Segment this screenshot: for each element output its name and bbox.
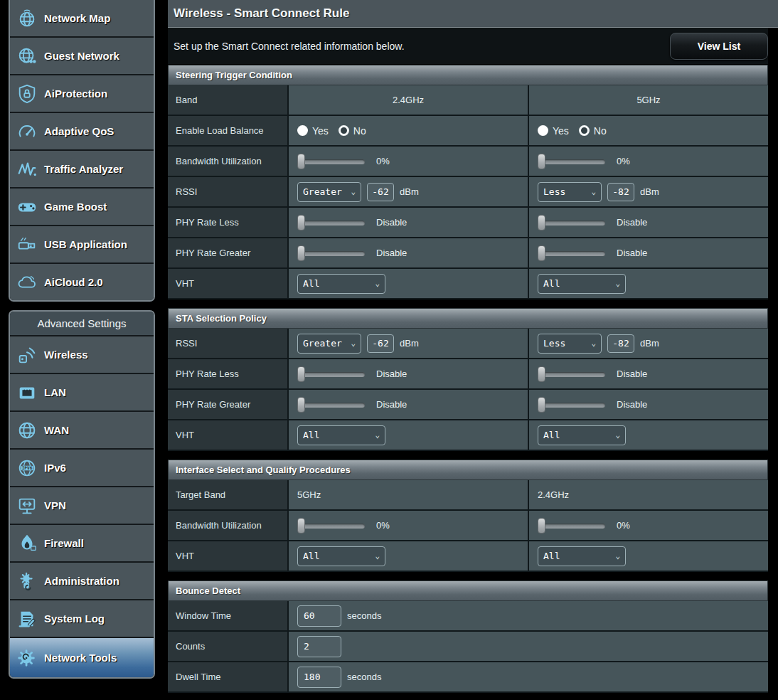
slider-value-label: 0% [617,156,630,166]
chevron-down-icon: ⌄ [375,551,380,561]
slider-handle[interactable] [297,154,305,169]
value-cell: 5GHz [289,480,529,509]
sections: Steering Trigger ConditionBand2.4GHz5GHz… [168,65,768,693]
network-tools-gear-icon [10,647,44,669]
sidebar-item-usb-application[interactable]: USB Application [10,226,154,264]
rssi-value-input[interactable] [367,183,394,201]
vht-select[interactable]: All⌄ [538,546,626,566]
dropdown-selected-value: All [543,278,560,289]
table-row: Counts [168,632,768,662]
slider-value-label: 0% [617,520,630,531]
slider-handle[interactable] [297,518,305,534]
value-cell [289,632,768,661]
slider-handle[interactable] [538,154,545,169]
radio-no[interactable] [339,125,349,136]
radio-yes[interactable] [538,125,548,136]
vht-select[interactable]: All⌄ [297,546,385,566]
view-list-button[interactable]: View List [670,33,768,60]
row-label: PHY Rate Greater [168,238,289,267]
slider-control[interactable] [538,518,605,534]
title-bar: Wireless - Smart Connect Rule [168,0,778,28]
table-row: Enable Load BalanceYesNoYesNo [168,116,768,147]
slider-handle[interactable] [538,397,545,413]
sidebar-item-network-tools[interactable]: Network Tools [10,638,154,677]
table-row: PHY Rate GreaterDisableDisable [168,238,768,269]
section-header: Bounce Detect [168,580,768,601]
slider-control[interactable] [297,154,365,169]
rssi-comparator-select[interactable]: Greater⌄ [297,182,361,202]
slider-control[interactable] [297,245,365,261]
slider-handle[interactable] [297,366,305,382]
slider-control[interactable] [297,215,365,230]
chevron-down-icon: ⌄ [375,430,380,440]
sidebar-item-aicloud-2-0[interactable]: AiCloud 2.0 [10,264,154,300]
sidebar-item-vpn[interactable]: VPN [10,487,154,525]
rssi-value-input[interactable] [367,334,394,353]
slider-handle[interactable] [538,245,545,261]
vht-select[interactable]: All⌄ [538,274,626,294]
slider-control[interactable] [538,397,605,413]
table-row: PHY Rate GreaterDisableDisable [168,390,768,420]
radio-yes[interactable] [297,125,308,136]
slider-handle[interactable] [538,215,545,230]
sidebar-item-ipv6[interactable]: IPV6IPv6 [10,450,154,487]
window-time-input[interactable] [297,605,341,627]
sidebar-item-game-boost[interactable]: Game Boost [10,189,154,226]
page-title: Wireless - Smart Connect Rule [168,6,349,21]
slider-track [538,403,605,408]
slider-handle[interactable] [297,397,305,413]
slider-handle[interactable] [538,366,545,382]
slider-control[interactable] [538,245,605,261]
value-cell: Greater⌄dBm [289,177,529,206]
sidebar-item-label: Adaptive QoS [44,125,114,137]
sidebar-item-system-log[interactable]: System Log [10,600,154,638]
rssi-value-input[interactable] [607,183,634,201]
sidebar-main-panel: Network MapGuest NetworkAiProtectionAdap… [9,0,155,302]
value-cell: All⌄ [529,541,768,571]
unit-label: seconds [347,610,381,621]
slider-control[interactable] [538,366,605,382]
row-label: Counts [168,632,289,661]
band-text: 5GHz [636,95,660,105]
slider-control[interactable] [297,397,365,413]
slider-control[interactable] [297,518,365,534]
rssi-comparator-select[interactable]: Less⌄ [538,334,602,354]
radio-no[interactable] [579,125,590,136]
sidebar-item-administration[interactable]: Administration [10,563,154,600]
section-header: Interface Select and Qualify Procedures [168,460,768,480]
dwell-time-input[interactable] [297,667,341,688]
rssi-value-input[interactable] [607,334,634,353]
sidebar-advanced-panel: Advanced Settings WirelessLANWANIPV6IPv6… [9,310,155,679]
lan-port-icon [10,382,44,403]
slider-handle[interactable] [297,245,305,261]
counts-input[interactable] [297,636,341,657]
row-label: Band [168,85,289,115]
table-row: RSSIGreater⌄dBmLess⌄dBm [168,177,768,208]
slider-control[interactable] [538,215,605,230]
slider-control[interactable] [538,154,605,169]
radio-label: No [353,125,366,137]
sidebar-item-network-map[interactable]: Network Map [10,0,154,38]
value-cell: seconds [289,601,768,630]
vht-select[interactable]: All⌄ [297,425,385,445]
sidebar-item-adaptive-qos[interactable]: Adaptive QoS [10,113,154,151]
wireless-icon [10,344,44,366]
slider-handle[interactable] [297,215,305,230]
system-log-icon [10,608,44,630]
sidebar-item-lan[interactable]: LAN [10,374,154,412]
sidebar-item-traffic-analyzer[interactable]: Traffic Analyzer [10,151,154,189]
vht-select[interactable]: All⌄ [538,425,626,445]
sidebar-item-guest-network[interactable]: Guest Network [10,38,154,75]
vht-select[interactable]: All⌄ [297,274,385,294]
slider-control[interactable] [297,366,365,382]
rssi-comparator-select[interactable]: Less⌄ [538,182,602,202]
value-cell: Less⌄dBm [529,177,768,206]
sidebar-item-wireless[interactable]: Wireless [10,336,154,374]
rssi-comparator-select[interactable]: Greater⌄ [297,334,361,354]
sidebar-item-label: VPN [44,499,66,511]
sidebar-item-wan[interactable]: WAN [10,412,154,450]
slider-handle[interactable] [538,518,545,534]
sidebar-item-firewall[interactable]: Firewall [10,525,154,563]
dropdown-selected-value: Less [543,186,565,197]
sidebar-item-aiprotection[interactable]: AiProtection [10,75,154,113]
